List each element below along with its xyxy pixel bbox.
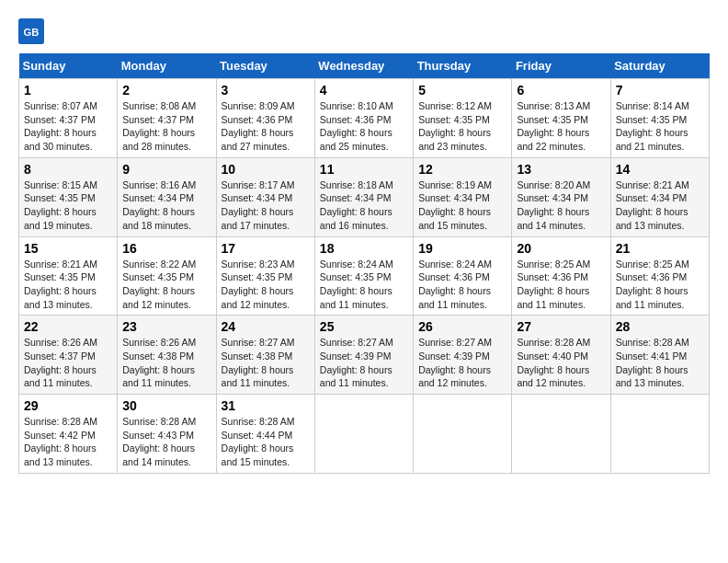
calendar-week-4: 29Sunrise: 8:28 AMSunset: 4:42 PMDayligh… xyxy=(19,395,710,474)
day-info: Sunrise: 8:27 AMSunset: 4:39 PMDaylight:… xyxy=(418,336,506,390)
calendar-cell: 9Sunrise: 8:16 AMSunset: 4:34 PMDaylight… xyxy=(118,157,216,236)
day-number: 2 xyxy=(122,83,210,98)
day-info: Sunrise: 8:23 AMSunset: 4:35 PMDaylight:… xyxy=(222,258,310,312)
day-info: Sunrise: 8:09 AMSunset: 4:36 PMDaylight:… xyxy=(222,99,310,154)
day-number: 14 xyxy=(616,162,704,177)
day-info: Sunrise: 8:21 AMSunset: 4:34 PMDaylight:… xyxy=(616,178,704,233)
day-number: 9 xyxy=(122,162,210,177)
day-info: Sunrise: 8:25 AMSunset: 4:36 PMDaylight:… xyxy=(517,258,605,312)
calendar-cell: 26Sunrise: 8:27 AMSunset: 4:39 PMDayligh… xyxy=(414,316,512,395)
calendar-cell: 6Sunrise: 8:13 AMSunset: 4:35 PMDaylight… xyxy=(512,79,610,158)
calendar-cell: 13Sunrise: 8:20 AMSunset: 4:34 PMDayligh… xyxy=(512,157,610,236)
calendar-cell: 28Sunrise: 8:28 AMSunset: 4:41 PMDayligh… xyxy=(610,316,709,395)
calendar-cell: 14Sunrise: 8:21 AMSunset: 4:34 PMDayligh… xyxy=(610,157,709,236)
day-number: 15 xyxy=(24,241,112,256)
calendar-cell: 10Sunrise: 8:17 AMSunset: 4:34 PMDayligh… xyxy=(216,157,314,236)
calendar-cell xyxy=(512,395,610,474)
day-info: Sunrise: 8:24 AMSunset: 4:36 PMDaylight:… xyxy=(418,258,506,312)
day-number: 29 xyxy=(24,398,112,413)
calendar-cell xyxy=(414,395,512,474)
day-number: 3 xyxy=(222,83,310,98)
day-info: Sunrise: 8:21 AMSunset: 4:35 PMDaylight:… xyxy=(24,258,112,312)
day-info: Sunrise: 8:22 AMSunset: 4:35 PMDaylight:… xyxy=(122,258,210,312)
day-number: 10 xyxy=(222,162,310,177)
calendar-cell: 19Sunrise: 8:24 AMSunset: 4:36 PMDayligh… xyxy=(414,236,512,316)
day-info: Sunrise: 8:27 AMSunset: 4:39 PMDaylight:… xyxy=(320,336,408,390)
day-number: 25 xyxy=(320,319,408,334)
day-info: Sunrise: 8:28 AMSunset: 4:41 PMDaylight:… xyxy=(616,336,704,390)
calendar-cell: 22Sunrise: 8:26 AMSunset: 4:37 PMDayligh… xyxy=(19,316,118,395)
day-info: Sunrise: 8:15 AMSunset: 4:35 PMDaylight:… xyxy=(24,178,112,233)
day-number: 31 xyxy=(222,398,310,413)
calendar-cell: 12Sunrise: 8:19 AMSunset: 4:34 PMDayligh… xyxy=(414,157,512,236)
svg-text:GB: GB xyxy=(24,27,40,38)
logo: GB xyxy=(18,18,46,44)
calendar-cell: 15Sunrise: 8:21 AMSunset: 4:35 PMDayligh… xyxy=(19,236,118,316)
logo-icon: GB xyxy=(18,18,44,44)
day-number: 27 xyxy=(517,319,605,334)
day-info: Sunrise: 8:28 AMSunset: 4:43 PMDaylight:… xyxy=(122,415,210,469)
calendar-cell: 4Sunrise: 8:10 AMSunset: 4:36 PMDaylight… xyxy=(314,79,413,158)
day-number: 23 xyxy=(122,319,210,334)
day-info: Sunrise: 8:28 AMSunset: 4:44 PMDaylight:… xyxy=(222,415,310,469)
day-info: Sunrise: 8:28 AMSunset: 4:42 PMDaylight:… xyxy=(24,415,112,469)
calendar-week-1: 8Sunrise: 8:15 AMSunset: 4:35 PMDaylight… xyxy=(19,157,710,236)
calendar-cell: 7Sunrise: 8:14 AMSunset: 4:35 PMDaylight… xyxy=(610,79,709,158)
day-number: 24 xyxy=(222,319,310,334)
calendar-cell: 25Sunrise: 8:27 AMSunset: 4:39 PMDayligh… xyxy=(314,316,413,395)
calendar-cell: 8Sunrise: 8:15 AMSunset: 4:35 PMDaylight… xyxy=(19,157,118,236)
calendar-cell: 29Sunrise: 8:28 AMSunset: 4:42 PMDayligh… xyxy=(19,395,118,474)
calendar-cell: 3Sunrise: 8:09 AMSunset: 4:36 PMDaylight… xyxy=(216,79,314,158)
day-number: 22 xyxy=(24,319,112,334)
day-info: Sunrise: 8:12 AMSunset: 4:35 PMDaylight:… xyxy=(418,99,506,154)
day-number: 16 xyxy=(122,241,210,256)
day-info: Sunrise: 8:13 AMSunset: 4:35 PMDaylight:… xyxy=(517,99,605,154)
calendar-cell: 18Sunrise: 8:24 AMSunset: 4:35 PMDayligh… xyxy=(314,236,413,316)
day-info: Sunrise: 8:14 AMSunset: 4:35 PMDaylight:… xyxy=(616,99,704,154)
day-number: 13 xyxy=(517,162,605,177)
day-info: Sunrise: 8:18 AMSunset: 4:34 PMDaylight:… xyxy=(320,178,408,233)
calendar-cell: 23Sunrise: 8:26 AMSunset: 4:38 PMDayligh… xyxy=(118,316,216,395)
day-number: 8 xyxy=(24,162,112,177)
calendar-cell: 2Sunrise: 8:08 AMSunset: 4:37 PMDaylight… xyxy=(118,79,216,158)
day-number: 18 xyxy=(320,241,408,256)
calendar-week-3: 22Sunrise: 8:26 AMSunset: 4:37 PMDayligh… xyxy=(19,316,710,395)
day-number: 4 xyxy=(320,83,408,98)
calendar-table: SundayMondayTuesdayWednesdayThursdayFrid… xyxy=(18,53,710,474)
day-number: 17 xyxy=(222,241,310,256)
header-row: SundayMondayTuesdayWednesdayThursdayFrid… xyxy=(19,53,710,79)
calendar-week-2: 15Sunrise: 8:21 AMSunset: 4:35 PMDayligh… xyxy=(19,236,710,316)
day-info: Sunrise: 8:16 AMSunset: 4:34 PMDaylight:… xyxy=(122,178,210,233)
day-number: 12 xyxy=(418,162,506,177)
day-info: Sunrise: 8:28 AMSunset: 4:40 PMDaylight:… xyxy=(517,336,605,390)
day-number: 21 xyxy=(616,241,704,256)
day-number: 5 xyxy=(418,83,506,98)
day-info: Sunrise: 8:26 AMSunset: 4:38 PMDaylight:… xyxy=(122,336,210,390)
day-number: 6 xyxy=(517,83,605,98)
header-cell-thursday: Thursday xyxy=(414,53,512,79)
calendar-cell: 16Sunrise: 8:22 AMSunset: 4:35 PMDayligh… xyxy=(118,236,216,316)
calendar-week-0: 1Sunrise: 8:07 AMSunset: 4:37 PMDaylight… xyxy=(19,79,710,158)
header-cell-sunday: Sunday xyxy=(19,53,118,79)
calendar-cell: 11Sunrise: 8:18 AMSunset: 4:34 PMDayligh… xyxy=(314,157,413,236)
day-info: Sunrise: 8:27 AMSunset: 4:38 PMDaylight:… xyxy=(222,336,310,390)
calendar-cell: 17Sunrise: 8:23 AMSunset: 4:35 PMDayligh… xyxy=(216,236,314,316)
calendar-cell: 30Sunrise: 8:28 AMSunset: 4:43 PMDayligh… xyxy=(118,395,216,474)
header-cell-wednesday: Wednesday xyxy=(314,53,413,79)
day-number: 19 xyxy=(418,241,506,256)
day-info: Sunrise: 8:10 AMSunset: 4:36 PMDaylight:… xyxy=(320,99,408,154)
header-cell-tuesday: Tuesday xyxy=(216,53,314,79)
calendar-cell xyxy=(314,395,413,474)
day-info: Sunrise: 8:17 AMSunset: 4:34 PMDaylight:… xyxy=(222,178,310,233)
day-number: 11 xyxy=(320,162,408,177)
day-number: 26 xyxy=(418,319,506,334)
page-header: GB xyxy=(18,18,710,44)
day-info: Sunrise: 8:20 AMSunset: 4:34 PMDaylight:… xyxy=(517,178,605,233)
day-info: Sunrise: 8:25 AMSunset: 4:36 PMDaylight:… xyxy=(616,258,704,312)
calendar-cell: 20Sunrise: 8:25 AMSunset: 4:36 PMDayligh… xyxy=(512,236,610,316)
day-number: 20 xyxy=(517,241,605,256)
day-number: 7 xyxy=(616,83,704,98)
day-number: 30 xyxy=(122,398,210,413)
header-cell-saturday: Saturday xyxy=(610,53,709,79)
calendar-cell: 27Sunrise: 8:28 AMSunset: 4:40 PMDayligh… xyxy=(512,316,610,395)
